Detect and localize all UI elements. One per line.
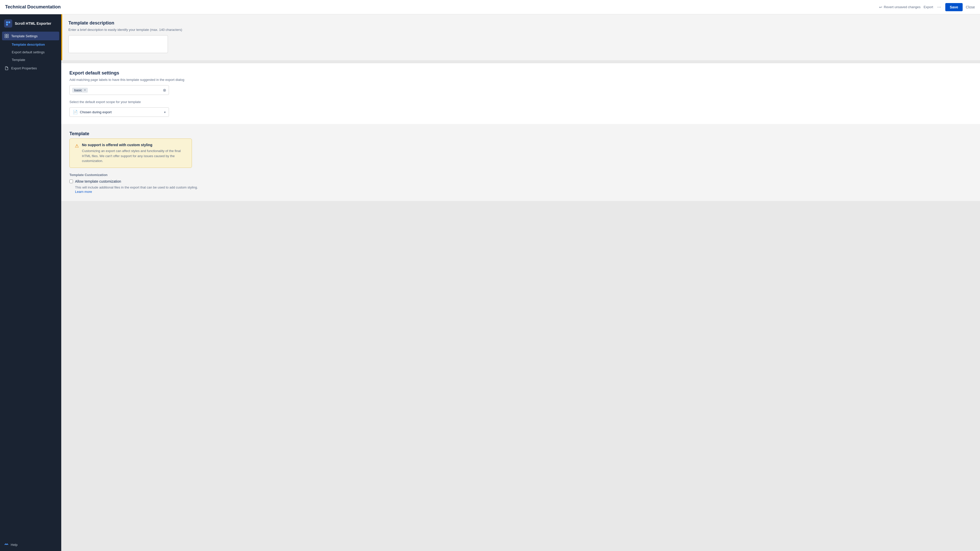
customization-hint: This will include additional files in th… — [75, 186, 972, 189]
export-default-settings-section: Export default settings Add matching pag… — [61, 63, 980, 124]
sidebar-sub-nav: Template description Export default sett… — [2, 41, 59, 64]
warning-title: No support is offered with custom stylin… — [82, 143, 186, 147]
sidebar-nav: Template Settings Template description E… — [0, 32, 61, 73]
dropdown-left: 📄 Chosen during export — [73, 110, 111, 114]
content-area: Template description Enter a brief descr… — [61, 14, 980, 551]
sidebar-item-template[interactable]: Template — [9, 56, 59, 64]
sidebar-item-export-properties[interactable]: Export Properties — [2, 64, 59, 73]
label-tag-input[interactable]: basic × ⊗ — [69, 85, 169, 95]
svg-rect-6 — [7, 36, 8, 38]
svg-rect-5 — [5, 36, 6, 38]
help-label: Help — [11, 543, 18, 547]
app-name: Scroll HTML Exporter — [15, 21, 51, 25]
tag-input-clear-button[interactable]: ⊗ — [163, 88, 166, 93]
sidebar: Scroll HTML Exporter Template Settings T… — [0, 14, 61, 551]
revert-button[interactable]: ↩ Revert unsaved changes — [879, 5, 921, 9]
close-button[interactable]: Close — [966, 5, 975, 9]
template-description-title: Template description — [68, 21, 972, 26]
svg-rect-4 — [7, 34, 8, 36]
more-button[interactable]: ··· — [936, 4, 942, 10]
sidebar-item-template-settings[interactable]: Template Settings — [2, 32, 59, 40]
sidebar-export-properties-label: Export Properties — [11, 66, 37, 70]
svg-rect-2 — [6, 24, 8, 25]
sidebar-item-template-description[interactable]: Template description — [9, 41, 59, 48]
svg-rect-1 — [8, 21, 10, 23]
help-button[interactable]: Help — [0, 538, 61, 551]
template-description-textarea[interactable] — [68, 35, 168, 53]
warning-icon: ⚠ — [75, 143, 79, 164]
sidebar-template-settings-label: Template Settings — [11, 34, 38, 38]
topbar-actions: ↩ Revert unsaved changes Export ··· Save… — [879, 3, 975, 11]
allow-customization-checkbox[interactable] — [69, 179, 73, 183]
warning-content: No support is offered with custom stylin… — [82, 143, 186, 164]
scope-dropdown-wrapper: 📄 Chosen during export ▾ — [69, 107, 169, 117]
revert-icon: ↩ — [879, 5, 882, 9]
sidebar-item-export-default[interactable]: Export default settings — [9, 48, 59, 56]
template-section-title: Template — [69, 131, 972, 137]
warning-text: Customizing an export can affect styles … — [82, 148, 186, 164]
scope-label: Select the default export scope for your… — [69, 100, 972, 104]
scope-dropdown-value: Chosen during export — [80, 110, 111, 114]
dropdown-chevron-icon: ▾ — [164, 110, 165, 114]
template-settings-icon — [5, 34, 9, 38]
svg-rect-0 — [6, 21, 8, 23]
template-section: Template ⚠ No support is offered with cu… — [61, 124, 980, 201]
allow-customization-label: Allow template customization — [75, 179, 121, 183]
topbar: Technical Documentation ↩ Revert unsaved… — [0, 0, 980, 14]
sidebar-content: Scroll HTML Exporter Template Settings T… — [0, 16, 61, 73]
allow-customization-row: Allow template customization — [69, 179, 972, 183]
template-description-section: Template description Enter a brief descr… — [61, 14, 980, 60]
tag-basic: basic × — [72, 88, 88, 93]
tag-basic-label: basic — [74, 88, 82, 92]
dropdown-file-icon: 📄 — [73, 110, 78, 114]
save-button[interactable]: Save — [945, 3, 963, 11]
export-default-title: Export default settings — [69, 70, 972, 76]
export-default-subtitle: Add matching page labels to have this te… — [69, 78, 972, 82]
help-icon — [4, 542, 9, 547]
template-description-subtitle: Enter a brief description to easily iden… — [68, 28, 972, 32]
export-properties-icon — [5, 66, 9, 70]
logo-icon — [4, 19, 12, 27]
tag-basic-remove[interactable]: × — [83, 88, 86, 92]
main-layout: Scroll HTML Exporter Template Settings T… — [0, 14, 980, 551]
scope-dropdown[interactable]: 📄 Chosen during export ▾ — [69, 107, 169, 117]
learn-more-link[interactable]: Learn more — [75, 190, 92, 194]
export-button[interactable]: Export — [924, 5, 933, 9]
customization-label: Template Customization — [69, 173, 972, 177]
warning-box: ⚠ No support is offered with custom styl… — [69, 138, 192, 168]
svg-rect-3 — [5, 34, 6, 36]
page-title: Technical Documentation — [5, 4, 61, 10]
app-logo: Scroll HTML Exporter — [0, 16, 61, 32]
